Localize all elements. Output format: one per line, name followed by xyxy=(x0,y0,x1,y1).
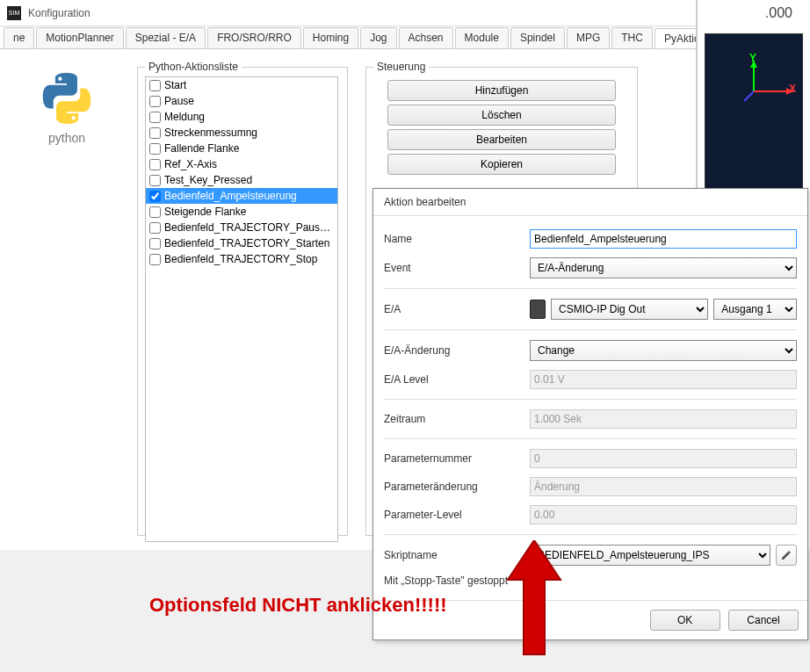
steuerung-title: Steuerung xyxy=(373,61,429,73)
action-item[interactable]: Bedienfeld_TRAJECTORY_Pause_EIN xyxy=(146,220,337,235)
action-item[interactable]: Streckenmessumng xyxy=(146,125,337,141)
action-item[interactable]: Test_Key_Pressed xyxy=(146,172,337,188)
action-listbox[interactable]: StartPauseMeldungStreckenmessumngFallend… xyxy=(145,76,338,542)
action-label: Test_Key_Pressed xyxy=(164,174,252,186)
edit-dialog-title: Aktion bearbeiten xyxy=(373,189,807,216)
action-checkbox[interactable] xyxy=(149,80,161,91)
action-list-group: Python-Aktionsliste StartPauseMeldungStr… xyxy=(137,67,348,536)
param-change-select xyxy=(530,477,797,496)
action-label: Fallende Flanke xyxy=(164,142,239,155)
action-item[interactable]: Bedienfeld_Ampelsteuerung xyxy=(146,188,337,204)
param-level-label: Parameter-Level xyxy=(384,509,524,521)
logo-caption: python xyxy=(14,131,119,145)
param-change-label: Parameteränderung xyxy=(384,481,524,493)
action-checkbox[interactable] xyxy=(149,175,161,186)
action-checkbox[interactable] xyxy=(149,254,161,265)
name-label: Name xyxy=(384,233,524,245)
action-item[interactable]: Ref_X-Axis xyxy=(146,156,337,172)
action-label: Streckenmessumng xyxy=(164,126,257,139)
action-item[interactable]: Start xyxy=(146,77,337,93)
action-checkbox[interactable] xyxy=(149,112,161,123)
action-item[interactable]: Meldung xyxy=(146,109,337,125)
ok-button[interactable]: OK xyxy=(650,610,720,631)
action-label: Bedienfeld_TRAJECTORY_Stop xyxy=(164,253,317,265)
cancel-button[interactable]: Cancel xyxy=(728,610,799,631)
edit-script-button[interactable] xyxy=(776,545,797,566)
action-label: Start xyxy=(164,79,186,91)
svg-line-4 xyxy=(744,91,754,101)
tab-module[interactable]: Module xyxy=(455,27,509,48)
ea-label: E/A xyxy=(384,303,524,315)
tab-ne[interactable]: ne xyxy=(4,27,34,48)
action-item[interactable]: Steigende Flanke xyxy=(146,204,337,220)
action-item[interactable]: Pause xyxy=(146,93,337,109)
action-checkbox[interactable] xyxy=(149,191,161,202)
window-title: Konfiguration xyxy=(28,7,733,19)
tab-achsen[interactable]: Achsen xyxy=(399,27,453,48)
action-checkbox[interactable] xyxy=(149,159,161,170)
event-label: Event xyxy=(384,262,524,274)
period-input xyxy=(530,409,797,429)
period-label: Zeitraum xyxy=(384,413,524,425)
tab-homing[interactable]: Homing xyxy=(303,27,358,48)
ea-change-label: E/A-Änderung xyxy=(384,344,524,357)
action-item[interactable]: Bedienfeld_TRAJECTORY_Starten xyxy=(146,235,337,251)
action-label: Pause xyxy=(164,95,194,107)
name-input[interactable] xyxy=(530,229,797,249)
action-item[interactable]: Fallende Flanke xyxy=(146,141,337,156)
param-level-input xyxy=(530,505,797,524)
action-checkbox[interactable] xyxy=(149,222,161,234)
löschen-button[interactable]: Löschen xyxy=(387,105,616,126)
ea-port-select[interactable]: Ausgang 1 xyxy=(713,299,797,320)
annotation-arrow-icon xyxy=(499,540,569,663)
tab-spindel[interactable]: Spindel xyxy=(510,27,565,48)
action-label: Ref_X-Axis xyxy=(164,158,217,170)
param-num-label: Parameternummer xyxy=(384,452,524,465)
action-label: Bedienfeld_TRAJECTORY_Starten xyxy=(164,237,329,249)
action-checkbox[interactable] xyxy=(149,206,161,218)
tab-thc[interactable]: THC xyxy=(611,27,653,48)
axis-x-label: X xyxy=(789,83,796,95)
action-label: Steigende Flanke xyxy=(164,206,246,218)
action-checkbox[interactable] xyxy=(149,127,161,139)
python-logo-icon xyxy=(40,72,93,125)
action-checkbox[interactable] xyxy=(149,96,161,107)
action-label: Bedienfeld_Ampelsteuerung xyxy=(164,190,297,202)
action-list-title: Python-Aktionsliste xyxy=(145,61,242,73)
action-label: Meldung xyxy=(164,111,205,123)
app-icon: SIM xyxy=(7,6,21,20)
tab-motionplanner[interactable]: MotionPlanner xyxy=(36,27,123,48)
ea-level-input xyxy=(530,370,797,389)
logo-column: python xyxy=(14,63,119,536)
device-icon xyxy=(530,300,546,319)
hinzufügen-button[interactable]: Hinzufügen xyxy=(387,80,616,101)
action-checkbox[interactable] xyxy=(149,143,161,155)
tab-mpg[interactable]: MPG xyxy=(567,27,610,48)
action-label: Bedienfeld_TRAJECTORY_Pause_EIN xyxy=(164,221,334,234)
annotation-text: Optionsfeld NICHT anklicken!!!!! xyxy=(149,594,447,617)
event-select[interactable]: E/A-Änderung xyxy=(530,257,797,278)
titlebar: SIM Konfiguration ? ✕ xyxy=(0,0,810,26)
tab-jog[interactable]: Jog xyxy=(360,27,396,48)
kopieren-button[interactable]: Kopieren xyxy=(387,154,616,175)
tab-fro-sro-rro[interactable]: FRO/SRO/RRO xyxy=(207,27,301,48)
ea-level-label: E/A Level xyxy=(384,373,524,386)
axis-y-label: Y xyxy=(749,52,756,64)
viewport-3d[interactable]: Y X xyxy=(705,33,803,209)
svg-marker-5 xyxy=(508,540,560,654)
ea-device-select[interactable]: CSMIO-IP Dig Out xyxy=(551,299,708,320)
tab-spezial-e-a[interactable]: Spezial - E/A xyxy=(126,27,206,48)
dro-readout: .000 xyxy=(698,0,810,26)
bearbeiten-button[interactable]: Bearbeiten xyxy=(387,129,616,150)
edit-action-dialog: Aktion bearbeiten Name Event E/A-Änderun… xyxy=(372,188,808,640)
param-num-input xyxy=(530,449,797,468)
ea-change-select[interactable]: Change xyxy=(530,340,797,361)
action-item[interactable]: Bedienfeld_TRAJECTORY_Stop xyxy=(146,251,337,267)
action-checkbox[interactable] xyxy=(149,238,161,249)
tab-strip: neMotionPlannerSpezial - E/AFRO/SRO/RROH… xyxy=(0,26,810,49)
